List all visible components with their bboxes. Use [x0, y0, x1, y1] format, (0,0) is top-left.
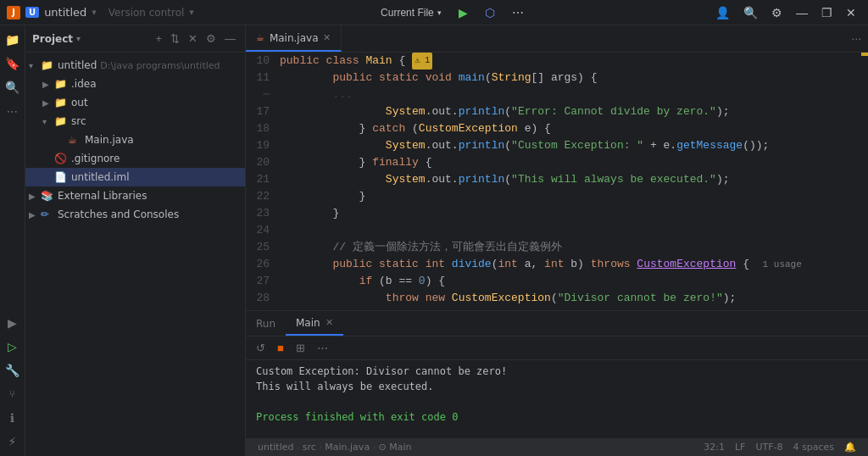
tab-bar: ☕ Main.java ✕ ⋯	[246, 25, 868, 53]
src-arrow: ▾	[42, 117, 54, 126]
project-arrow: ▾	[29, 61, 41, 70]
sidebar-title-chevron: ▾	[76, 34, 81, 43]
tree-item-main-java[interactable]: ▶ ☕ Main.java	[25, 131, 245, 149]
line-num-17: 17	[253, 103, 270, 120]
project-name: untitled	[58, 59, 97, 71]
activity-debug-icon[interactable]: ▷	[2, 336, 24, 358]
scratches-icon: ✏️	[41, 209, 54, 220]
title-chevron: ▾	[92, 7, 97, 18]
activity-run-icon[interactable]: ▶	[2, 312, 24, 334]
title-bar-left: J U untitled ▾ Version control ▾	[7, 6, 194, 19]
code-line-26: public static int divide(int a, int b) t…	[280, 256, 854, 273]
tab-main-java-label: Main.java	[270, 32, 319, 44]
minimize-button[interactable]: —	[791, 3, 813, 22]
activity-tools-icon[interactable]: 🔧	[2, 359, 24, 381]
settings-button[interactable]: ⚙	[766, 3, 787, 22]
activity-bookmark-icon[interactable]: 🔖	[2, 53, 24, 75]
breadcrumb-class: ⊙ Main	[379, 442, 412, 453]
ext-lib-icon: 📚	[41, 190, 54, 202]
profile-button[interactable]: 👤	[710, 3, 735, 22]
panel-rerun-button[interactable]: ↺	[253, 340, 269, 356]
tree-item-gitignore[interactable]: ▶ 🚫 .gitignore	[25, 149, 245, 168]
status-line-ending[interactable]: LF	[730, 442, 750, 453]
out-arrow: ▶	[42, 98, 54, 108]
project-path: D:\java programs\untitled	[100, 60, 220, 71]
status-indent[interactable]: 4 spaces	[788, 442, 840, 453]
tab-more-button[interactable]: ⋯	[844, 25, 868, 52]
console-exit-line: Process finished with exit code 0	[256, 409, 858, 425]
tree-item-src[interactable]: ▾ 📁 src	[25, 112, 245, 131]
panel-stop-button[interactable]: ■	[274, 340, 287, 356]
sidebar-expand-button[interactable]: ⇅	[168, 31, 182, 47]
scratches-label: Scratches and Consoles	[58, 209, 179, 220]
tree-item-project[interactable]: ▾ 📁 untitled D:\java programs\untitled	[25, 56, 245, 75]
activity-git-icon[interactable]: ⑂	[2, 383, 24, 405]
line-num-27: 27	[253, 273, 270, 290]
activity-more-icon[interactable]: ⋯	[2, 100, 24, 122]
line-num-18: 18	[253, 120, 270, 137]
panel-tabs: Run Main ✕	[246, 311, 868, 336]
panel-more-button[interactable]: ⋯	[314, 340, 331, 356]
ext-lib-arrow: ▶	[29, 192, 41, 201]
status-breadcrumb[interactable]: untitled › src › Main.java › ⊙ Main	[253, 442, 417, 453]
editor-gutter-right	[858, 53, 868, 310]
current-file-chevron: ▾	[437, 8, 442, 17]
iml-icon: 📄	[54, 171, 68, 183]
gitignore-label: .gitignore	[71, 153, 120, 164]
tree-item-scratches[interactable]: ▶ ✏️ Scratches and Consoles	[25, 205, 245, 224]
main-tab-label: Main	[296, 317, 320, 329]
panel-tab-run[interactable]: Run	[246, 311, 286, 336]
sidebar-close-button[interactable]: ✕	[186, 31, 200, 47]
activity-info-icon[interactable]: ℹ	[2, 407, 24, 429]
line-num-23: 23	[253, 205, 270, 222]
line-num-24: 24	[253, 222, 270, 239]
tab-java-icon: ☕	[256, 32, 264, 43]
console-line-1: Custom Exception: Divisor cannot be zero…	[256, 364, 858, 379]
search-button[interactable]: 🔍	[738, 3, 763, 22]
activity-search-icon[interactable]: 🔍	[2, 76, 24, 98]
current-file-label: Current File	[381, 7, 434, 19]
tab-close-button[interactable]: ✕	[323, 32, 331, 43]
panel-content: Custom Exception: Divisor cannot be zero…	[246, 360, 868, 437]
panel-filter-button[interactable]: ⊞	[292, 340, 309, 356]
breadcrumb-src: src	[303, 442, 316, 453]
close-button[interactable]: ✕	[841, 3, 861, 22]
more-options-button[interactable]: ⋯	[507, 3, 529, 22]
status-right: 32:1 LF UTF-8 4 spaces 🔔	[698, 442, 861, 453]
status-notifications[interactable]: 🔔	[839, 442, 861, 453]
code-line-11: public static void main(String[] args) {	[280, 70, 854, 86]
maximize-button[interactable]: ❐	[816, 3, 837, 22]
tab-main-java[interactable]: ☕ Main.java ✕	[246, 25, 342, 52]
sidebar-collapse-button[interactable]: —	[222, 31, 238, 47]
line-num-11: 11	[253, 70, 270, 86]
version-control-btn[interactable]: Version control	[108, 7, 185, 19]
src-folder-icon: 📁	[54, 115, 68, 127]
sidebar-settings-button[interactable]: ⚙	[203, 31, 219, 47]
code-content[interactable]: public class Main { ⚠ 1 public static vo…	[276, 53, 858, 310]
tree-item-idea[interactable]: ▶ 📁 .idea	[25, 75, 245, 93]
activity-folder-icon[interactable]: 📁	[2, 29, 24, 51]
status-position[interactable]: 32:1	[698, 442, 730, 453]
project-folder-icon: 📁	[41, 59, 54, 71]
line-num-10: 10	[253, 53, 270, 70]
activity-extensions-icon[interactable]: ⚡	[2, 431, 24, 453]
current-file-button[interactable]: Current File ▾	[376, 5, 447, 20]
src-label: src	[71, 115, 86, 127]
tree-item-external-libraries[interactable]: ▶ 📚 External Libraries	[25, 186, 245, 205]
debug-button[interactable]: ⬡	[480, 3, 500, 22]
code-line-17: System.out.println("Error: Cannot divide…	[280, 103, 854, 120]
breadcrumb-text: untitled	[258, 442, 293, 453]
code-line-24	[280, 222, 854, 239]
sidebar-add-button[interactable]: +	[153, 31, 164, 47]
tree-item-out[interactable]: ▶ 📁 out	[25, 93, 245, 112]
status-encoding[interactable]: UTF-8	[750, 442, 787, 453]
idea-arrow: ▶	[42, 80, 54, 89]
iml-label: untitled.iml	[71, 171, 129, 183]
sidebar-toolbar: + ⇅ ✕ ⚙ —	[153, 31, 238, 47]
code-line-27: if (b == 0) {	[280, 273, 854, 290]
main-tab-close[interactable]: ✕	[326, 317, 333, 328]
panel-tab-main[interactable]: Main ✕	[286, 311, 343, 336]
tree-item-iml[interactable]: ▶ 📄 untitled.iml	[25, 168, 245, 186]
code-line-21: System.out.println("This will always be …	[280, 171, 854, 188]
run-button[interactable]: ▶	[453, 3, 473, 22]
